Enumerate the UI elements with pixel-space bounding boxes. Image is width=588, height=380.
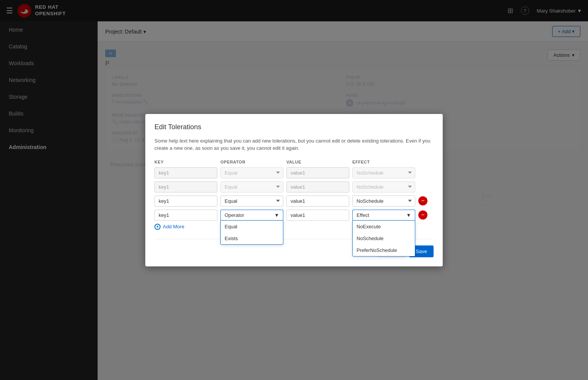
column-header-key: KEY <box>154 160 217 164</box>
operator-dropdown-menu-4: Equal Exists <box>220 220 283 245</box>
effect-dropdown-4: Effect ▼ NoExecute NoSchedule PreferNoSc… <box>352 210 415 220</box>
column-header-value: VALUE <box>286 160 349 164</box>
add-more-button[interactable]: + Add More <box>154 224 184 230</box>
toleration-row: Equal NoSchedule <box>154 181 434 192</box>
column-header-operator: OPERATOR <box>220 160 283 164</box>
column-header-actions <box>418 160 434 164</box>
modal-overlay: Edit Tolerations Some help text here exp… <box>0 0 588 380</box>
remove-row-3-button[interactable]: − <box>418 196 427 205</box>
toleration-row: Operator ▼ Equal Exists Effect ▼ NoExecu… <box>154 210 434 221</box>
effect-option-noexecute[interactable]: NoExecute <box>353 221 415 232</box>
remove-row-4-button[interactable]: − <box>418 210 427 220</box>
effect-option-prefernoschedule[interactable]: PreferNoSchedule <box>353 244 415 256</box>
key-input-1 <box>154 167 217 178</box>
toleration-column-headers: KEY OPERATOR VALUE EFFECT <box>154 160 434 164</box>
operator-dropdown-4: Operator ▼ Equal Exists <box>220 210 283 220</box>
column-header-effect: EFFECT <box>352 160 415 164</box>
operator-select-2: Equal <box>220 181 283 192</box>
toleration-row: Equal Exists NoSchedule NoExecute Prefer… <box>154 196 434 207</box>
modal-help-text: Some help text here explaining that you … <box>154 137 434 152</box>
operator-option-exists[interactable]: Exists <box>221 232 283 244</box>
value-input-3[interactable] <box>286 196 349 207</box>
operator-option-equal[interactable]: Equal <box>221 221 283 232</box>
modal-title: Edit Tolerations <box>154 123 434 131</box>
edit-tolerations-modal: Edit Tolerations Some help text here exp… <box>145 114 443 266</box>
effect-selected-value-4: Effect <box>357 212 369 218</box>
effect-select-2: NoSchedule <box>352 181 415 192</box>
key-input-2 <box>154 181 217 192</box>
effect-select-3[interactable]: NoSchedule NoExecute PreferNoSchedule <box>352 196 415 207</box>
effect-dropdown-menu-4: NoExecute NoSchedule PreferNoSchedule <box>352 220 415 257</box>
key-input-4[interactable] <box>154 210 217 221</box>
key-input-3[interactable] <box>154 196 217 207</box>
operator-select-1: Equal <box>220 167 283 178</box>
operator-select-3[interactable]: Equal Exists <box>220 196 283 207</box>
value-input-4[interactable] <box>286 210 349 221</box>
effect-option-noschedule[interactable]: NoSchedule <box>353 232 415 244</box>
plus-circle-icon: + <box>154 224 161 230</box>
operator-dropdown-arrow-4: ▼ <box>274 212 279 218</box>
effect-dropdown-toggle-4[interactable]: Effect ▼ <box>352 210 415 220</box>
effect-dropdown-arrow-4: ▼ <box>406 212 411 218</box>
operator-selected-value-4: Operator <box>225 212 244 218</box>
add-more-label: Add More <box>163 224 184 229</box>
effect-select-1: NoSchedule <box>352 167 415 178</box>
value-input-2 <box>286 181 349 192</box>
toleration-row: Equal NoSchedule <box>154 167 434 178</box>
value-input-1 <box>286 167 349 178</box>
operator-dropdown-toggle-4[interactable]: Operator ▼ <box>220 210 283 220</box>
